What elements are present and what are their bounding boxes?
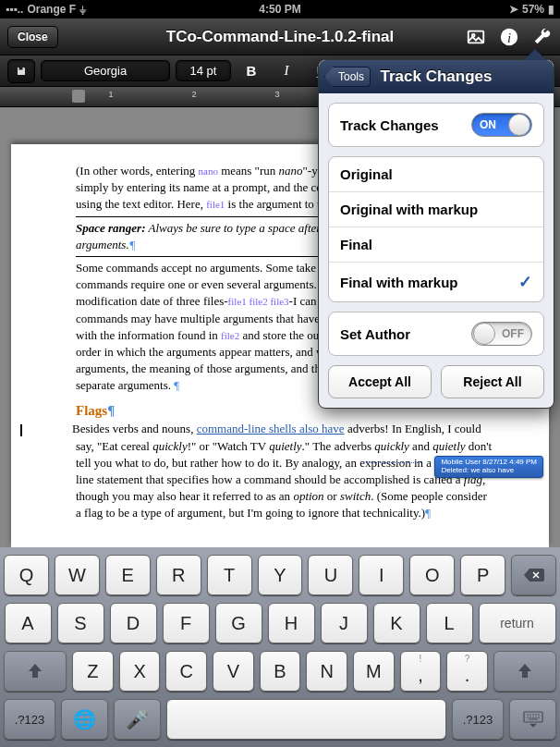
key-f[interactable]: F [163, 603, 210, 643]
popover-arrow [524, 49, 546, 60]
key-k[interactable]: K [373, 603, 420, 643]
key-s[interactable]: S [57, 603, 104, 643]
battery-percent: 57% [522, 3, 544, 16]
key-i[interactable]: I [359, 555, 404, 595]
popover-title: Track Changes [381, 67, 493, 86]
text-cursor [20, 424, 22, 436]
change-bubble[interactable]: Mobile User 8/27/12 4:49 PM Deleted: we … [434, 456, 543, 478]
key-q[interactable]: Q [4, 555, 49, 595]
track-changes-toggle-row: Track Changes ON [329, 104, 543, 146]
font-selector[interactable]: Georgia [41, 60, 170, 81]
status-bar: ▪▪▪.. Orange F ⏚ 4:50 PM ➤ 57% ▮ [0, 0, 560, 18]
key-space[interactable] [166, 699, 446, 740]
wifi-icon: ⏚ [79, 3, 86, 16]
key-backspace[interactable] [511, 555, 556, 595]
clock: 4:50 PM [259, 3, 300, 16]
key-c[interactable]: C [165, 651, 207, 692]
navbar: Close TCo-Command-Line-1.0.2-final i [0, 18, 560, 55]
font-size-selector[interactable]: 14 pt [176, 60, 231, 81]
reject-all-button[interactable]: Reject All [441, 365, 544, 398]
signal-icon: ▪▪▪.. [6, 3, 23, 16]
paragraph[interactable]: Besides verbs and nouns, command-line sh… [76, 421, 493, 521]
accept-all-button[interactable]: Accept All [328, 365, 432, 398]
key-dismiss[interactable] [509, 699, 556, 740]
key-y[interactable]: Y [258, 555, 303, 595]
key-w[interactable]: W [55, 555, 100, 595]
keyboard: Q W E R T Y U I O P A S D F G H J K L re… [0, 547, 560, 747]
battery-icon: ▮ [548, 3, 554, 16]
key-h[interactable]: H [268, 603, 315, 643]
key-return[interactable]: return [479, 603, 556, 643]
key-numbers[interactable]: .?123 [4, 699, 55, 740]
save-button[interactable] [7, 59, 35, 83]
key-p[interactable]: P [460, 555, 505, 595]
key-n[interactable]: N [306, 651, 347, 692]
key-u[interactable]: U [308, 555, 353, 595]
key-z[interactable]: Z [72, 651, 114, 692]
comment-connector [366, 462, 421, 463]
view-final[interactable]: Final [329, 227, 543, 263]
key-b[interactable]: B [260, 651, 301, 692]
key-a[interactable]: A [5, 603, 52, 643]
svg-text:i: i [507, 30, 511, 44]
close-button[interactable]: Close [7, 26, 58, 48]
key-g[interactable]: G [215, 603, 262, 643]
tracked-insertion: command-line shells also have [197, 422, 345, 435]
italic-button[interactable]: I [272, 59, 301, 83]
wrench-icon[interactable] [532, 27, 553, 47]
key-d[interactable]: D [110, 603, 157, 643]
view-original[interactable]: Original [329, 157, 543, 192]
key-shift-right[interactable] [493, 651, 556, 692]
key-comma[interactable]: !, [400, 651, 442, 692]
indent-marker[interactable] [72, 90, 85, 103]
document-title: TCo-Command-Line-1.0.2-final [166, 28, 395, 46]
location-icon: ➤ [509, 3, 518, 16]
key-period[interactable]: ?. [446, 651, 488, 692]
key-r[interactable]: R [156, 555, 201, 595]
info-icon[interactable]: i [499, 27, 519, 47]
track-changes-toggle[interactable]: ON [471, 113, 532, 137]
key-x[interactable]: X [119, 651, 161, 692]
set-author-toggle[interactable]: OFF [471, 322, 532, 346]
key-mic[interactable]: 🎤 [114, 699, 161, 740]
key-o[interactable]: O [409, 555, 455, 595]
tools-back-button[interactable]: Tools [324, 67, 371, 87]
key-l[interactable]: L [426, 603, 473, 643]
image-icon[interactable] [466, 27, 486, 47]
key-m[interactable]: M [353, 651, 395, 692]
set-author-row[interactable]: Set Author OFF [329, 312, 543, 355]
key-t[interactable]: T [207, 555, 252, 595]
carrier: Orange F [27, 3, 76, 16]
view-original-markup[interactable]: Original with markup [329, 192, 543, 227]
popover-header: Tools Track Changes [319, 60, 554, 93]
key-j[interactable]: J [321, 603, 368, 643]
key-globe[interactable]: 🌐 [61, 699, 108, 740]
checkmark-icon: ✓ [518, 272, 532, 292]
track-changes-popover: Tools Track Changes Track Changes ON Ori… [318, 59, 554, 409]
key-shift[interactable] [4, 651, 67, 692]
view-final-markup[interactable]: Final with markup✓ [329, 263, 543, 301]
key-numbers-right[interactable]: .?123 [452, 699, 504, 740]
key-e[interactable]: E [105, 555, 151, 595]
key-v[interactable]: V [213, 651, 254, 692]
bold-button[interactable]: B [237, 59, 266, 83]
